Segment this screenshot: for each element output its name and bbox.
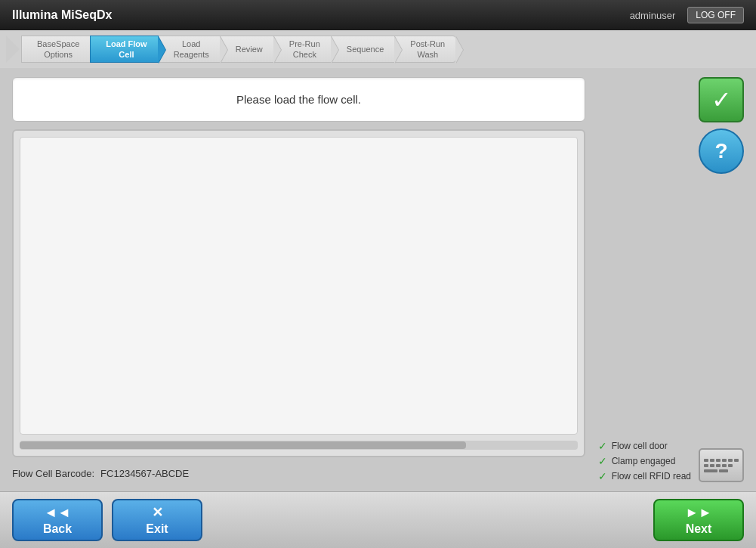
back-icon: ◄◄	[44, 505, 71, 521]
next-icon: ►►	[685, 505, 712, 521]
help-button[interactable]: ?	[699, 128, 744, 174]
step-basespace[interactable]: BaseSpace Options	[21, 36, 91, 63]
logout-button[interactable]: LOG OFF	[687, 7, 744, 23]
preview-image	[20, 137, 578, 435]
step-pre-run-check[interactable]: Pre-Run Check	[273, 36, 332, 63]
wizard-steps: BaseSpace Options Load Flow Cell Load Re…	[0, 30, 756, 68]
back-label: Back	[43, 522, 72, 536]
barcode-value: FC1234567-ABCDE	[100, 468, 189, 479]
next-button[interactable]: ►► Next	[653, 499, 744, 541]
username: adminuser	[630, 10, 676, 21]
back-button[interactable]: ◄◄ Back	[12, 499, 103, 541]
step-post-run-wash[interactable]: Post-Run Wash	[394, 36, 456, 63]
main-area: Please load the flow cell. Flow Cell Bar…	[0, 68, 756, 491]
next-label: Next	[686, 522, 712, 536]
status-item-door: ✓ Flow cell door	[598, 440, 691, 452]
check-door-icon: ✓	[598, 440, 607, 452]
kb-row-1	[704, 459, 739, 462]
keyboard-symbol	[704, 459, 739, 472]
step-load-flow-cell[interactable]: Load Flow Cell	[90, 36, 158, 63]
left-panel: Please load the flow cell. Flow Cell Bar…	[12, 77, 585, 482]
status-checks: ✓ Flow cell door ✓ Clamp engaged ✓ Flow …	[598, 440, 691, 482]
bottom-nav: ◄◄ Back ✕ Exit ►► Next	[0, 491, 756, 548]
scrollbar-thumb[interactable]	[20, 441, 466, 449]
keyboard-button[interactable]	[699, 448, 744, 482]
header-right: adminuser LOG OFF	[630, 7, 744, 23]
status-door-label: Flow cell door	[612, 441, 668, 451]
wizard-arrow-shape	[6, 36, 20, 63]
exit-icon: ✕	[152, 504, 163, 521]
check-button[interactable]: ✓	[699, 77, 744, 122]
header: Illumina MiSeqDx adminuser LOG OFF	[0, 0, 756, 30]
status-item-clamp: ✓ Clamp engaged	[598, 455, 691, 467]
wizard-arrow	[6, 36, 20, 63]
kb-row-2	[704, 464, 739, 467]
status-clamp-label: Clamp engaged	[612, 456, 676, 466]
app-title: Illumina MiSeqDx	[12, 8, 112, 22]
help-icon: ?	[714, 139, 727, 163]
check-rfid-icon: ✓	[598, 470, 607, 482]
status-and-keyboard: ✓ Flow cell door ✓ Clamp engaged ✓ Flow …	[598, 440, 744, 482]
barcode-row: Flow Cell Barcode: FC1234567-ABCDE	[12, 465, 585, 482]
check-icon: ✓	[711, 85, 732, 114]
status-item-rfid: ✓ Flow cell RFID read	[598, 470, 691, 482]
kb-row-3	[704, 469, 739, 472]
instruction-text: Please load the flow cell.	[236, 93, 361, 106]
step-load-reagents[interactable]: Load Reagents	[158, 36, 221, 63]
check-clamp-icon: ✓	[598, 455, 607, 467]
preview-box	[12, 129, 585, 457]
preview-scrollbar[interactable]	[20, 441, 578, 450]
barcode-label: Flow Cell Barcode:	[12, 468, 94, 479]
step-sequence[interactable]: Sequence	[331, 36, 396, 63]
right-panel: ✓ ? ✓ Flow cell door ✓ Clamp engaged ✓ F…	[593, 77, 744, 482]
exit-button[interactable]: ✕ Exit	[112, 499, 202, 541]
exit-label: Exit	[146, 522, 168, 536]
instruction-box: Please load the flow cell.	[12, 77, 585, 122]
status-rfid-label: Flow cell RFID read	[612, 471, 691, 481]
